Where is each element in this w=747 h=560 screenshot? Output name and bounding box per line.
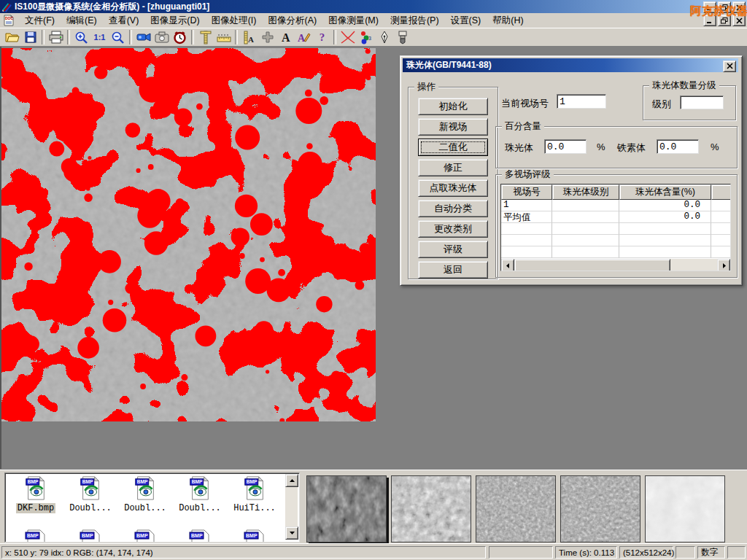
menu-image-process[interactable]: 图像处理(I) — [206, 13, 263, 28]
file-name[interactable]: Doubl... — [68, 503, 113, 513]
file-item[interactable]: BMP Doubl... — [119, 475, 171, 513]
change-class-button[interactable]: 更改类别 — [418, 220, 488, 238]
help-button[interactable]: ? — [313, 29, 331, 45]
file-item-partial[interactable]: BMP — [174, 529, 226, 542]
file-item[interactable]: BMP Doubl... — [174, 475, 226, 513]
file-name[interactable]: Doubl... — [123, 503, 168, 513]
binarize-button[interactable]: 二值化 — [418, 139, 488, 156]
new-field-button[interactable]: 新视场 — [418, 118, 488, 136]
file-item[interactable]: BMP Doubl... — [64, 475, 117, 513]
dialog-title-bar[interactable]: 珠光体(GB/T9441-88) — [403, 58, 738, 72]
file-name[interactable]: Doubl... — [177, 503, 222, 513]
correct-button[interactable]: 修正 — [418, 159, 488, 176]
brush-tool-button[interactable] — [393, 29, 411, 45]
document-system-icon[interactable]: DOC — [3, 15, 15, 26]
return-button[interactable]: 返回 — [418, 261, 488, 279]
thumbnail-4[interactable] — [560, 475, 640, 542]
level-label: 级别 — [652, 98, 671, 111]
thumbnail-1[interactable] — [306, 475, 387, 542]
camera-capture-button[interactable] — [152, 29, 171, 45]
text-label-button[interactable]: A — [276, 29, 295, 45]
file-browser[interactable]: BMP DKF.bmp BMP Doubl... BMP Doubl... — [4, 472, 300, 542]
thumbnail-5[interactable] — [645, 475, 725, 542]
bmp-file-icon: BMP — [24, 529, 47, 542]
scroll-right-button[interactable] — [717, 259, 730, 271]
file-name[interactable]: HuiTi... — [232, 503, 277, 513]
file-list-scrollbar[interactable] — [285, 474, 298, 540]
bmp-file-icon: BMP — [188, 529, 212, 542]
svg-text:DOC: DOC — [5, 16, 14, 20]
color-markers-button[interactable]: 3 — [357, 29, 375, 45]
menu-file[interactable]: 文件(F) — [19, 13, 61, 28]
zoom-1-1-button[interactable]: 1:1 — [90, 29, 109, 45]
menu-help[interactable]: 帮助(H) — [487, 13, 529, 28]
metallographic-image[interactable] — [1, 48, 376, 421]
color-markers-icon: 3 — [359, 31, 374, 44]
col-pearlite-level[interactable]: 珠光体级别 — [552, 184, 619, 200]
auto-classify-button[interactable]: 自动分类 — [418, 200, 488, 217]
scroll-down-button[interactable] — [285, 526, 298, 540]
thumbnail-3[interactable] — [476, 475, 556, 542]
caliper-vertical-button[interactable] — [196, 29, 214, 45]
dialog-close-button[interactable] — [723, 61, 736, 72]
current-field-input[interactable] — [557, 94, 606, 109]
svg-text:BMP: BMP — [82, 479, 93, 484]
video-capture-button[interactable] — [134, 29, 152, 45]
col-ferrite[interactable]: 铁素体 — [711, 184, 731, 200]
timer-clock-button[interactable] — [171, 29, 189, 45]
cell-field-no: 1 — [501, 200, 552, 211]
thumbnail-2[interactable] — [391, 475, 471, 542]
move-cross-button[interactable] — [258, 29, 276, 45]
menu-image-display[interactable]: 图像显示(D) — [144, 13, 205, 28]
col-pearlite-content[interactable]: 珠光体含量(%) — [619, 184, 711, 200]
pick-pearlite-button[interactable]: 点取珠光体 — [418, 179, 488, 197]
table-row[interactable]: 平均值 0.0 — [501, 211, 731, 223]
rate-button[interactable]: 评级 — [418, 241, 488, 258]
toolbar-separator — [235, 30, 238, 44]
file-item[interactable]: BMP DKF.bmp — [9, 475, 62, 513]
col-field-no[interactable]: 视场号 — [501, 184, 552, 200]
init-button[interactable]: 初始化 — [418, 98, 488, 115]
bmp-file-icon: BMP — [133, 475, 157, 500]
save-button[interactable] — [21, 29, 39, 45]
table-row[interactable]: 1 0.0 — [501, 200, 731, 211]
menu-edit[interactable]: 编辑(E) — [61, 13, 103, 28]
cell-ferrite — [711, 211, 731, 223]
menu-settings[interactable]: 设置(S) — [445, 13, 487, 28]
file-item-partial[interactable]: BMP — [228, 529, 281, 542]
table-header: 视场号 珠光体级别 珠光体含量(%) 铁素体 — [501, 184, 731, 200]
ferrite-percent-input[interactable] — [657, 139, 699, 154]
menu-image-analysis[interactable]: 图像分析(A) — [262, 13, 322, 28]
pen-tool-button[interactable] — [375, 29, 393, 45]
level-input[interactable] — [680, 96, 724, 109]
file-name[interactable]: DKF.bmp — [16, 503, 55, 513]
menu-view[interactable]: 查看(V) — [103, 13, 145, 28]
operation-group: 操作 初始化 新视场 二值化 修正 点取珠光体 自动分类 更改类别 评级 返回 — [408, 87, 498, 279]
open-file-button[interactable] — [3, 29, 21, 45]
menu-measure-report[interactable]: 测量报告(P) — [384, 13, 445, 28]
horizontal-scrollbar[interactable] — [501, 259, 730, 271]
measure-text-button[interactable]: A — [240, 29, 258, 45]
scrollbar-thumb[interactable] — [514, 259, 670, 271]
bmp-file-icon: BMP — [133, 529, 157, 542]
edit-annotation-button[interactable]: A — [295, 29, 313, 45]
svg-text:BMP: BMP — [191, 533, 203, 538]
file-item[interactable]: BMP HuiTi... — [228, 475, 281, 513]
ruler-horizontal-button[interactable] — [214, 29, 233, 45]
file-item-partial[interactable]: BMP — [9, 529, 62, 542]
bmp-file-icon: BMP — [79, 475, 102, 500]
curve-tool-button[interactable] — [338, 29, 357, 45]
status-bar: x: 510 y: 79 idx: 0 RGB: (174, 174, 174)… — [0, 543, 747, 560]
print-button[interactable] — [47, 29, 65, 45]
menu-image-measure[interactable]: 图像测量(M) — [322, 13, 384, 28]
zoom-in-button[interactable] — [72, 29, 90, 45]
scroll-up-button[interactable] — [285, 474, 298, 487]
file-item-partial[interactable]: BMP — [119, 529, 171, 542]
svg-text:A: A — [248, 35, 254, 44]
vendor-watermark: 阿克苏仪器 — [690, 4, 747, 18]
pearlite-percent-input[interactable] — [544, 139, 587, 154]
zoom-out-button[interactable] — [109, 29, 127, 45]
scroll-left-button[interactable] — [501, 259, 514, 271]
multi-field-table[interactable]: 视场号 珠光体级别 珠光体含量(%) 铁素体 1 0.0 平均值 0.0 — [500, 184, 731, 271]
file-item-partial[interactable]: BMP — [64, 529, 117, 542]
